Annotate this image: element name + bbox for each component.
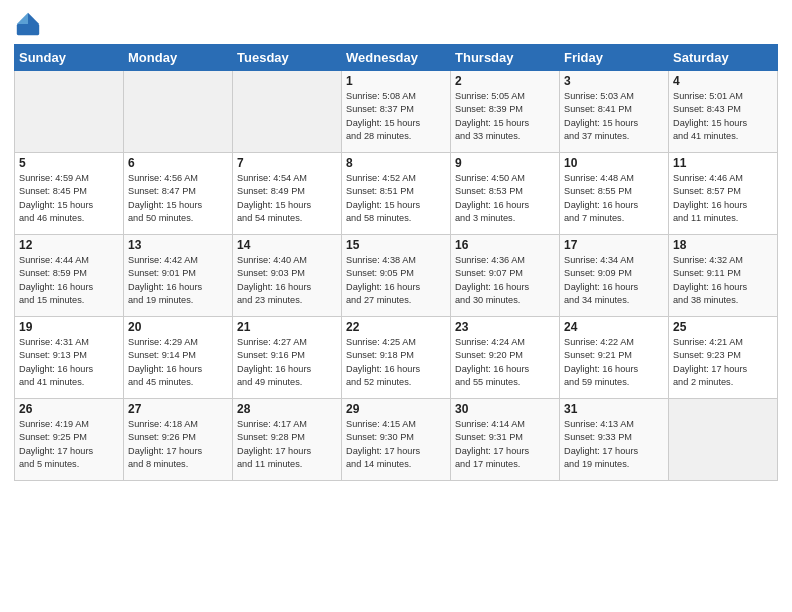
header-wednesday: Wednesday	[342, 45, 451, 71]
week-row-1: 1Sunrise: 5:08 AM Sunset: 8:37 PM Daylig…	[15, 71, 778, 153]
day-info: Sunrise: 4:38 AM Sunset: 9:05 PM Dayligh…	[346, 254, 446, 307]
day-number: 14	[237, 238, 337, 252]
day-info: Sunrise: 4:24 AM Sunset: 9:20 PM Dayligh…	[455, 336, 555, 389]
calendar-cell: 2Sunrise: 5:05 AM Sunset: 8:39 PM Daylig…	[451, 71, 560, 153]
day-info: Sunrise: 4:17 AM Sunset: 9:28 PM Dayligh…	[237, 418, 337, 471]
calendar-cell: 17Sunrise: 4:34 AM Sunset: 9:09 PM Dayli…	[560, 235, 669, 317]
calendar-cell: 29Sunrise: 4:15 AM Sunset: 9:30 PM Dayli…	[342, 399, 451, 481]
day-number: 22	[346, 320, 446, 334]
day-number: 31	[564, 402, 664, 416]
calendar-cell: 14Sunrise: 4:40 AM Sunset: 9:03 PM Dayli…	[233, 235, 342, 317]
calendar-cell: 19Sunrise: 4:31 AM Sunset: 9:13 PM Dayli…	[15, 317, 124, 399]
calendar-cell: 8Sunrise: 4:52 AM Sunset: 8:51 PM Daylig…	[342, 153, 451, 235]
day-number: 29	[346, 402, 446, 416]
day-info: Sunrise: 4:32 AM Sunset: 9:11 PM Dayligh…	[673, 254, 773, 307]
day-info: Sunrise: 4:14 AM Sunset: 9:31 PM Dayligh…	[455, 418, 555, 471]
calendar-cell: 21Sunrise: 4:27 AM Sunset: 9:16 PM Dayli…	[233, 317, 342, 399]
day-info: Sunrise: 4:27 AM Sunset: 9:16 PM Dayligh…	[237, 336, 337, 389]
calendar-cell: 26Sunrise: 4:19 AM Sunset: 9:25 PM Dayli…	[15, 399, 124, 481]
day-number: 2	[455, 74, 555, 88]
week-row-2: 5Sunrise: 4:59 AM Sunset: 8:45 PM Daylig…	[15, 153, 778, 235]
header-sunday: Sunday	[15, 45, 124, 71]
day-number: 26	[19, 402, 119, 416]
calendar-cell: 1Sunrise: 5:08 AM Sunset: 8:37 PM Daylig…	[342, 71, 451, 153]
week-row-4: 19Sunrise: 4:31 AM Sunset: 9:13 PM Dayli…	[15, 317, 778, 399]
calendar-cell: 4Sunrise: 5:01 AM Sunset: 8:43 PM Daylig…	[669, 71, 778, 153]
calendar-cell: 23Sunrise: 4:24 AM Sunset: 9:20 PM Dayli…	[451, 317, 560, 399]
week-row-3: 12Sunrise: 4:44 AM Sunset: 8:59 PM Dayli…	[15, 235, 778, 317]
day-number: 12	[19, 238, 119, 252]
day-info: Sunrise: 4:29 AM Sunset: 9:14 PM Dayligh…	[128, 336, 228, 389]
calendar-cell: 24Sunrise: 4:22 AM Sunset: 9:21 PM Dayli…	[560, 317, 669, 399]
calendar-cell: 22Sunrise: 4:25 AM Sunset: 9:18 PM Dayli…	[342, 317, 451, 399]
day-info: Sunrise: 4:15 AM Sunset: 9:30 PM Dayligh…	[346, 418, 446, 471]
calendar-cell: 7Sunrise: 4:54 AM Sunset: 8:49 PM Daylig…	[233, 153, 342, 235]
day-number: 28	[237, 402, 337, 416]
header-saturday: Saturday	[669, 45, 778, 71]
day-number: 16	[455, 238, 555, 252]
day-info: Sunrise: 4:52 AM Sunset: 8:51 PM Dayligh…	[346, 172, 446, 225]
day-number: 17	[564, 238, 664, 252]
header	[14, 10, 778, 38]
day-info: Sunrise: 4:50 AM Sunset: 8:53 PM Dayligh…	[455, 172, 555, 225]
calendar-cell: 6Sunrise: 4:56 AM Sunset: 8:47 PM Daylig…	[124, 153, 233, 235]
day-number: 18	[673, 238, 773, 252]
day-number: 21	[237, 320, 337, 334]
calendar-header-row: SundayMondayTuesdayWednesdayThursdayFrid…	[15, 45, 778, 71]
calendar-cell: 13Sunrise: 4:42 AM Sunset: 9:01 PM Dayli…	[124, 235, 233, 317]
day-number: 13	[128, 238, 228, 252]
calendar-cell	[15, 71, 124, 153]
svg-marker-0	[28, 13, 39, 24]
calendar-cell	[124, 71, 233, 153]
logo	[14, 10, 46, 38]
day-info: Sunrise: 4:13 AM Sunset: 9:33 PM Dayligh…	[564, 418, 664, 471]
svg-marker-1	[17, 13, 28, 24]
calendar-cell: 27Sunrise: 4:18 AM Sunset: 9:26 PM Dayli…	[124, 399, 233, 481]
day-number: 4	[673, 74, 773, 88]
day-info: Sunrise: 4:54 AM Sunset: 8:49 PM Dayligh…	[237, 172, 337, 225]
calendar-cell: 20Sunrise: 4:29 AM Sunset: 9:14 PM Dayli…	[124, 317, 233, 399]
day-number: 20	[128, 320, 228, 334]
day-number: 1	[346, 74, 446, 88]
day-number: 23	[455, 320, 555, 334]
day-number: 25	[673, 320, 773, 334]
calendar-cell	[669, 399, 778, 481]
day-info: Sunrise: 4:31 AM Sunset: 9:13 PM Dayligh…	[19, 336, 119, 389]
day-number: 10	[564, 156, 664, 170]
header-monday: Monday	[124, 45, 233, 71]
day-number: 15	[346, 238, 446, 252]
day-info: Sunrise: 5:08 AM Sunset: 8:37 PM Dayligh…	[346, 90, 446, 143]
day-info: Sunrise: 5:01 AM Sunset: 8:43 PM Dayligh…	[673, 90, 773, 143]
calendar-cell: 31Sunrise: 4:13 AM Sunset: 9:33 PM Dayli…	[560, 399, 669, 481]
calendar-page: SundayMondayTuesdayWednesdayThursdayFrid…	[0, 0, 792, 612]
day-info: Sunrise: 4:59 AM Sunset: 8:45 PM Dayligh…	[19, 172, 119, 225]
calendar-cell: 12Sunrise: 4:44 AM Sunset: 8:59 PM Dayli…	[15, 235, 124, 317]
calendar-cell: 11Sunrise: 4:46 AM Sunset: 8:57 PM Dayli…	[669, 153, 778, 235]
day-number: 30	[455, 402, 555, 416]
day-info: Sunrise: 4:46 AM Sunset: 8:57 PM Dayligh…	[673, 172, 773, 225]
day-number: 5	[19, 156, 119, 170]
logo-icon	[14, 10, 42, 38]
calendar-cell: 9Sunrise: 4:50 AM Sunset: 8:53 PM Daylig…	[451, 153, 560, 235]
calendar-cell: 25Sunrise: 4:21 AM Sunset: 9:23 PM Dayli…	[669, 317, 778, 399]
calendar-cell: 16Sunrise: 4:36 AM Sunset: 9:07 PM Dayli…	[451, 235, 560, 317]
calendar-cell: 18Sunrise: 4:32 AM Sunset: 9:11 PM Dayli…	[669, 235, 778, 317]
day-number: 3	[564, 74, 664, 88]
day-info: Sunrise: 4:48 AM Sunset: 8:55 PM Dayligh…	[564, 172, 664, 225]
day-info: Sunrise: 4:40 AM Sunset: 9:03 PM Dayligh…	[237, 254, 337, 307]
day-number: 24	[564, 320, 664, 334]
day-number: 11	[673, 156, 773, 170]
day-number: 27	[128, 402, 228, 416]
day-info: Sunrise: 4:36 AM Sunset: 9:07 PM Dayligh…	[455, 254, 555, 307]
header-tuesday: Tuesday	[233, 45, 342, 71]
day-number: 6	[128, 156, 228, 170]
day-info: Sunrise: 4:34 AM Sunset: 9:09 PM Dayligh…	[564, 254, 664, 307]
day-info: Sunrise: 4:44 AM Sunset: 8:59 PM Dayligh…	[19, 254, 119, 307]
day-number: 8	[346, 156, 446, 170]
calendar-cell: 10Sunrise: 4:48 AM Sunset: 8:55 PM Dayli…	[560, 153, 669, 235]
day-info: Sunrise: 5:03 AM Sunset: 8:41 PM Dayligh…	[564, 90, 664, 143]
day-number: 7	[237, 156, 337, 170]
day-info: Sunrise: 5:05 AM Sunset: 8:39 PM Dayligh…	[455, 90, 555, 143]
day-info: Sunrise: 4:42 AM Sunset: 9:01 PM Dayligh…	[128, 254, 228, 307]
week-row-5: 26Sunrise: 4:19 AM Sunset: 9:25 PM Dayli…	[15, 399, 778, 481]
